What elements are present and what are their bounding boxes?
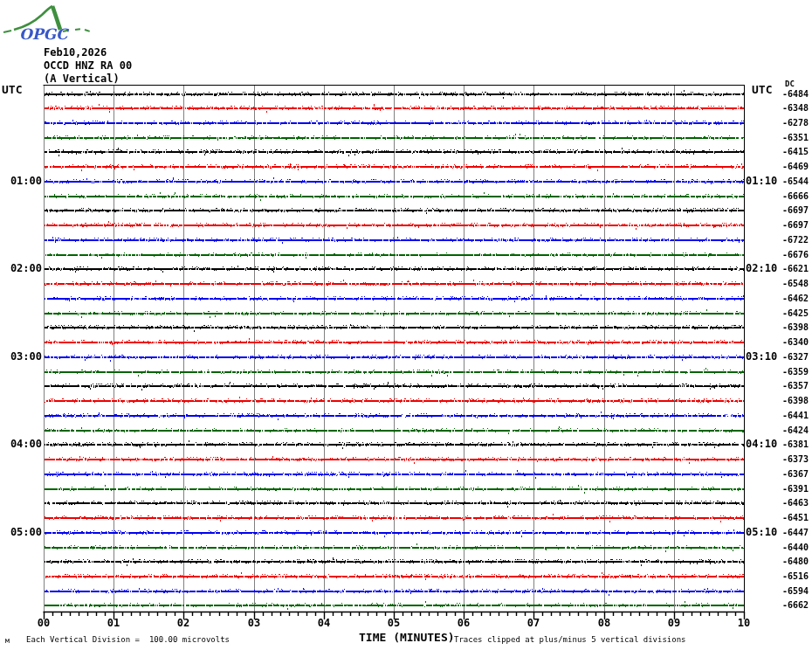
dc-value: -6391 — [782, 484, 809, 494]
corner-glyph: м — [5, 637, 10, 645]
dc-value: -6398 — [782, 396, 809, 405]
dc-value: -6463 — [782, 498, 809, 508]
dc-value: -6441 — [782, 411, 809, 420]
x-tick-label: 05 — [381, 617, 407, 629]
utc-label-left: UTC — [2, 83, 22, 96]
dc-value: -6666 — [782, 191, 809, 201]
hour-label-right: 02:10 — [746, 262, 777, 274]
x-tick-label: 08 — [591, 617, 617, 629]
dc-value: -6451 — [782, 513, 809, 522]
dc-value: -6373 — [782, 454, 809, 464]
hour-label-left: 05:00 — [0, 526, 42, 538]
dc-value: -6357 — [782, 381, 809, 391]
x-tick-label: 02 — [170, 617, 196, 629]
dc-value: -6469 — [782, 162, 809, 171]
helicorder-page: OPGC Feb10,2026 OCCD HNZ RA 00 (A Vertic… — [0, 0, 812, 650]
opgc-logo: OPGC — [2, 2, 100, 45]
header-date: Feb10,2026 — [44, 46, 107, 59]
dc-value: -6415 — [782, 147, 809, 156]
dc-value: -6544 — [782, 176, 809, 186]
dc-value: -6697 — [782, 205, 809, 215]
hour-label-left: 03:00 — [0, 350, 42, 363]
helicorder-plot-canvas — [0, 0, 812, 650]
dc-value: -6462 — [782, 294, 809, 303]
x-tick-label: 07 — [520, 617, 547, 629]
dc-value: -6621 — [782, 264, 809, 273]
hour-label-right: 04:10 — [746, 438, 777, 450]
header-component: (A Vertical) — [44, 73, 120, 86]
dc-value: -6381 — [782, 439, 809, 449]
x-axis-title: TIME (MINUTES) — [359, 631, 455, 644]
hour-label-left: 02:00 — [0, 262, 42, 274]
dc-value: -6367 — [782, 469, 809, 479]
header-station: OCCD HNZ RA 00 — [44, 59, 132, 73]
dc-value: -6348 — [782, 103, 809, 113]
x-tick-label: 10 — [731, 617, 757, 629]
dc-value: -6480 — [782, 557, 809, 566]
dc-value: -6548 — [782, 279, 809, 288]
dc-value: -6516 — [782, 571, 809, 581]
dc-value: -6676 — [782, 250, 809, 259]
dc-value: -6447 — [782, 528, 809, 537]
logo-dash-left — [3, 31, 11, 32]
dc-column-label: DC — [785, 80, 795, 88]
x-tick-label: 03 — [241, 617, 267, 629]
dc-value: -6440 — [782, 543, 809, 552]
dc-value: -6594 — [782, 586, 809, 596]
hour-label-right: 03:10 — [746, 350, 777, 363]
x-tick-label: 09 — [661, 617, 687, 629]
dc-value: -6424 — [782, 425, 809, 435]
dc-value: -6340 — [782, 337, 809, 347]
logo-text: OPGC — [19, 25, 70, 43]
dc-value: -6359 — [782, 367, 809, 377]
x-tick-label: 04 — [311, 617, 337, 629]
utc-label-right: UTC — [752, 83, 772, 96]
x-tick-label: 06 — [451, 617, 477, 629]
dc-value: -6398 — [782, 322, 809, 332]
hour-label-right: 05:10 — [746, 526, 777, 538]
hour-label-left: 01:00 — [0, 175, 42, 187]
x-tick-label: 00 — [31, 617, 57, 629]
dc-value: -6484 — [782, 89, 809, 99]
dc-value: -6662 — [782, 600, 809, 610]
dc-value: -6722 — [782, 235, 809, 245]
dc-value: -6327 — [782, 352, 809, 362]
dc-value: -6697 — [782, 220, 809, 230]
hour-label-right: 01:10 — [746, 175, 777, 187]
scale-note: Each Vertical Division = 100.00 microvol… — [26, 635, 230, 644]
clip-note: Traces clipped at plus/minus 5 vertical … — [454, 635, 686, 644]
x-tick-label: 01 — [100, 617, 127, 629]
hour-label-left: 04:00 — [0, 438, 42, 450]
dc-value: -6351 — [782, 133, 809, 142]
dc-value: -6425 — [782, 308, 809, 318]
dc-value: -6278 — [782, 118, 809, 128]
